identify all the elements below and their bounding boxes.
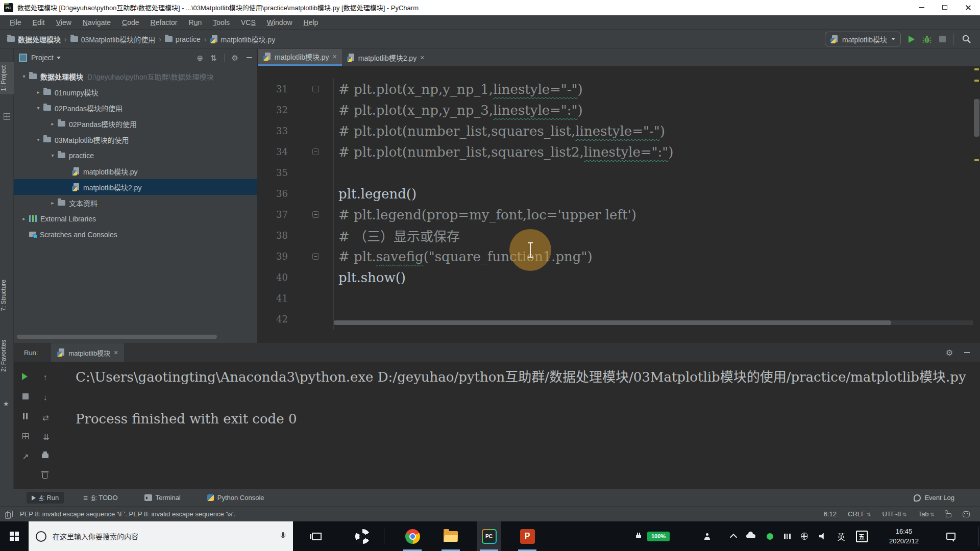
gear-icon[interactable]: ⚙: [946, 348, 953, 358]
tree-item[interactable]: matplotlib模块2.py: [14, 179, 257, 195]
editor-hscrollbar-thumb[interactable]: [334, 320, 891, 325]
fold-marker[interactable]: −: [312, 148, 319, 155]
taskbar-clock[interactable]: 16:452020/2/12: [876, 521, 932, 551]
menu-item-run[interactable]: Run: [183, 15, 208, 30]
breadcrumb-item[interactable]: practice: [165, 35, 201, 43]
tree-item[interactable]: ▸External Libraries: [14, 211, 257, 227]
equalizer-tray-icon[interactable]: [780, 521, 794, 551]
stripe-structure-button[interactable]: 7: Structure: [0, 280, 14, 311]
close-button[interactable]: [957, 0, 980, 15]
tool-window-quick-access-icon[interactable]: [7, 511, 13, 517]
close-icon[interactable]: [333, 53, 337, 61]
rerun-button[interactable]: [22, 373, 28, 380]
tree-collapsed-arrow-icon[interactable]: ▸: [19, 216, 29, 221]
tool-window-terminal[interactable]: Terminal: [139, 492, 186, 504]
tree-item[interactable]: ▸01numpy模块: [14, 84, 257, 100]
onedrive-cloud-icon[interactable]: [743, 521, 758, 551]
editor-tab[interactable]: matplotlib模块2.py: [342, 49, 430, 66]
powerpoint-taskbar-button[interactable]: P: [515, 521, 540, 551]
lock-icon[interactable]: [946, 513, 951, 517]
pin-tab-icon[interactable]: ↗: [22, 453, 29, 460]
menu-item-tools[interactable]: Tools: [207, 15, 235, 30]
fold-marker[interactable]: −: [312, 211, 319, 218]
task-view-button[interactable]: [304, 521, 329, 551]
caret-position[interactable]: 6:12: [824, 510, 837, 518]
event-log-button[interactable]: Event Log: [909, 492, 960, 504]
tree-item[interactable]: ▸02Pandas模块的使用: [14, 116, 257, 132]
project-panel-title[interactable]: Project: [31, 54, 54, 62]
menu-item-help[interactable]: Help: [298, 15, 324, 30]
battery-indicator[interactable]: 100%: [645, 521, 672, 551]
encoding-selector[interactable]: UTF-8⇅: [882, 510, 906, 518]
warning-mark[interactable]: [974, 68, 979, 70]
collapse-all-icon[interactable]: ⇅: [210, 54, 217, 62]
tree-expanded-arrow-icon[interactable]: ▾: [33, 137, 43, 142]
print-icon[interactable]: [42, 451, 48, 458]
maximize-button[interactable]: [933, 0, 957, 15]
green-status-tray-icon[interactable]: [763, 521, 777, 551]
breadcrumb-item[interactable]: 数据处理模块: [7, 34, 61, 44]
run-button[interactable]: [909, 36, 915, 43]
explorer-taskbar-button[interactable]: [438, 521, 463, 551]
tree-item[interactable]: ▸文本资料: [14, 195, 257, 211]
warning-mark[interactable]: [974, 159, 979, 161]
close-icon[interactable]: [420, 54, 424, 62]
network-globe-icon[interactable]: [797, 521, 812, 551]
gear-icon[interactable]: ⚙: [232, 54, 238, 62]
action-center-button[interactable]: [943, 521, 959, 551]
show-desktop-button[interactable]: [978, 527, 978, 546]
restore-layout-icon[interactable]: [22, 433, 29, 439]
breadcrumb-item[interactable]: 03Matplotlib模块的使用: [70, 34, 156, 44]
menu-item-file[interactable]: File: [4, 15, 27, 30]
menu-item-navigate[interactable]: Navigate: [77, 15, 116, 30]
tree-item[interactable]: matplotlib模块.py: [14, 163, 257, 179]
run-configuration-select[interactable]: matplotlib模块: [825, 32, 901, 46]
fold-marker[interactable]: −: [312, 253, 319, 260]
stripe-grid-icon[interactable]: [4, 113, 10, 120]
power-plug-icon[interactable]: [634, 521, 643, 551]
editor-tab[interactable]: matplotlib模块.py: [258, 49, 342, 66]
breadcrumb-item[interactable]: matplotlib模块.py: [210, 34, 276, 44]
tool-window-run[interactable]: 4: Run: [27, 492, 64, 504]
tree-expanded-arrow-icon[interactable]: ▾: [33, 105, 43, 111]
project-horizontal-scrollbar[interactable]: [17, 335, 217, 339]
run-console-tab[interactable]: matplotlib模块: [51, 343, 124, 362]
tree-expanded-arrow-icon[interactable]: ▾: [47, 153, 58, 158]
tree-item[interactable]: ▾03Matplotlib模块的使用: [14, 132, 257, 147]
user-tray-icon[interactable]: [699, 521, 715, 551]
editor-vscrollbar-thumb[interactable]: [974, 99, 979, 137]
menu-item-view[interactable]: View: [51, 15, 77, 30]
locate-file-icon[interactable]: ⊕: [197, 54, 203, 62]
debug-button[interactable]: [922, 35, 932, 44]
tree-item[interactable]: Scratches and Consoles: [14, 227, 257, 242]
ime-language-indicator[interactable]: 英: [834, 521, 848, 551]
stop-button[interactable]: [939, 36, 946, 42]
menu-item-vcs[interactable]: VCS: [235, 15, 261, 30]
highlighting-level-icon[interactable]: [963, 511, 970, 517]
stripe-project-button[interactable]: 1: Project: [0, 62, 14, 94]
pycharm-app-icon[interactable]: [4, 3, 13, 12]
line-separator-selector[interactable]: CRLF⇅: [848, 510, 871, 518]
menu-item-code[interactable]: Code: [116, 15, 144, 30]
tree-collapsed-arrow-icon[interactable]: ▸: [33, 89, 43, 95]
start-button[interactable]: [0, 521, 29, 551]
down-stack-trace-icon[interactable]: ↓: [43, 393, 47, 401]
indent-selector[interactable]: Tab⇅: [918, 510, 935, 518]
hide-panel-icon[interactable]: [247, 57, 252, 58]
taskbar-search-box[interactable]: 在这里输入你要搜索的内容: [29, 521, 293, 551]
editor-code-area[interactable]: 31−# plt.plot(x_np,y_np_1,linestyle="-")…: [258, 66, 980, 343]
chrome-taskbar-button[interactable]: [400, 521, 425, 551]
stripe-favorites-button[interactable]: 2: Favorites: [0, 340, 14, 372]
stop-process-button[interactable]: [22, 393, 29, 399]
pycharm-taskbar-button[interactable]: PC: [477, 521, 501, 551]
speaker-icon[interactable]: [816, 521, 830, 551]
fold-marker[interactable]: −: [312, 86, 319, 92]
menu-item-window[interactable]: Window: [261, 15, 298, 30]
clear-all-icon[interactable]: [42, 471, 47, 479]
show-hidden-icons-chevron[interactable]: [727, 521, 740, 551]
chevron-down-icon[interactable]: [57, 57, 61, 59]
pause-output-icon[interactable]: [23, 413, 28, 419]
microphone-icon[interactable]: [280, 532, 286, 540]
soft-wrap-icon[interactable]: ⇄: [42, 414, 49, 421]
menu-item-refactor[interactable]: Refactor: [145, 15, 183, 30]
